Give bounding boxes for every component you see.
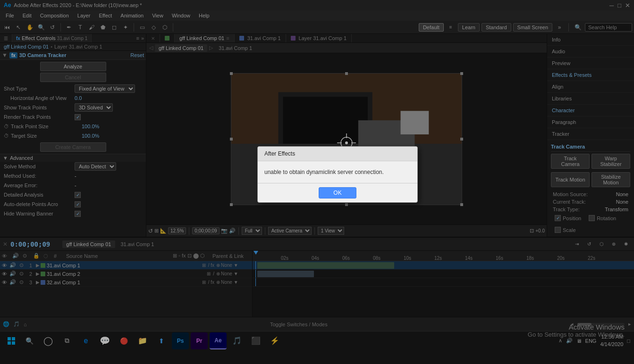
dialog-footer: OK: [258, 183, 417, 202]
dialog-overlay: After Effects unable to obtain dynamicli…: [0, 0, 634, 364]
dialog-ok-button[interactable]: OK: [319, 187, 356, 199]
dialog-body: unable to obtain dynamiclink server conn…: [258, 161, 417, 183]
dialog: After Effects unable to obtain dynamicli…: [257, 146, 418, 203]
dialog-title: After Effects: [258, 147, 417, 161]
